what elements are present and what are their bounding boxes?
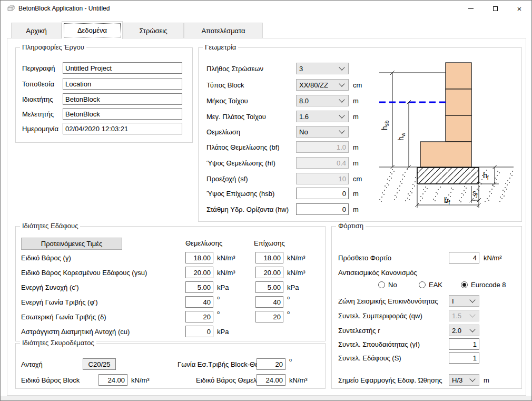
suggested-values-button[interactable]: Προτεινόμενες Τιμές (21, 238, 122, 250)
unit-label: cm (353, 175, 362, 183)
owner-input[interactable] (63, 93, 182, 105)
unit-label: kN/m³ (217, 269, 235, 277)
unit-label: kPa (217, 328, 229, 336)
surcharge-input[interactable] (449, 252, 479, 263)
foundation-select[interactable]: No (296, 126, 349, 138)
date-label: Ημερομηνία (22, 125, 58, 133)
group-loading: Φόρτιση Πρόσθετο Φορτίο kN/m² Αντισεισμι… (331, 226, 522, 389)
close-button[interactable]: × (507, 1, 531, 16)
chevron-down-icon (339, 128, 344, 133)
chevron-down-icon (339, 112, 344, 118)
unit-label: m (353, 159, 359, 167)
seismic-zone-select[interactable]: I (449, 295, 479, 307)
unit-label: cm (353, 81, 362, 89)
max-wall-width-select[interactable]: 1.6 (296, 111, 349, 122)
radio-no[interactable]: No (378, 281, 397, 289)
block-weight-input[interactable] (98, 374, 127, 386)
chevron-down-icon (469, 311, 475, 317)
wall-block (446, 63, 471, 89)
block-foundation-friction-input[interactable] (257, 358, 285, 370)
degree-unit-label: o (287, 310, 290, 315)
saturated-weight-foundation-input[interactable] (185, 267, 213, 278)
unit-label: kN/m³ (287, 254, 306, 262)
foundation-height-input (296, 157, 349, 169)
date-input[interactable] (63, 123, 182, 134)
location-label: Τοποθεσία (22, 80, 54, 88)
friction-angle-foundation-input[interactable] (185, 296, 213, 308)
backfill-height-label: Ύψος Επίχωσης (hsb) (206, 190, 274, 198)
app-icon (7, 5, 15, 12)
soil-factor-input[interactable] (449, 352, 479, 364)
window-title: BetonBlock Application - Untitled (18, 5, 110, 12)
pressure-point-select[interactable]: H/3 (449, 374, 479, 386)
foundation-weight-label: Ειδικό Βάρος Θεμελ. (196, 376, 259, 384)
radio-eak[interactable]: ΕΑΚ (419, 281, 442, 289)
hf-label: hf (483, 171, 489, 181)
friction-angle-backfill-input[interactable] (255, 296, 283, 308)
overhang-input (296, 173, 349, 184)
cohesion-foundation-input[interactable] (185, 281, 213, 293)
degree-unit-label: o (289, 357, 292, 363)
pressure-point-label: Σημείο Εφαρμογής Εδαφ. Ώθησης (338, 376, 442, 384)
tab-data[interactable]: Δεδομένα (62, 21, 123, 39)
block-type-label: Τύπος Block (206, 81, 244, 89)
group-title: Ιδιότητες Σκυροδέματος (20, 339, 96, 347)
radio-eurocode8[interactable]: Eurocode 8 (461, 281, 506, 289)
behavior-factor-select: 1.5 (449, 310, 479, 321)
tab-label: Αποτελέσματα (201, 27, 245, 35)
internal-friction-backfill-input[interactable] (255, 311, 283, 322)
foundation-height-label: Ύψος Θεμελίωσης (hf) (206, 159, 275, 167)
maximize-button[interactable] (483, 1, 507, 16)
chevron-down-icon (469, 376, 475, 382)
radio-label: Eurocode 8 (471, 281, 506, 289)
tab-label: Αρχική (26, 27, 47, 35)
title-bar: BetonBlock Application - Untitled × (1, 1, 531, 16)
unit-label: m (484, 376, 489, 384)
foundation-weight-input[interactable] (257, 374, 285, 386)
tab-results[interactable]: Αποτελέσματα (184, 23, 263, 38)
cohesion-backfill-input[interactable] (255, 281, 283, 293)
unit-label: m (353, 97, 359, 105)
r-factor-label: Συντελεστής r (338, 327, 380, 335)
unit-label: kN/m³ (217, 254, 235, 262)
wall-length-select[interactable]: 8.0 (296, 95, 349, 106)
app-window: BetonBlock Application - Untitled × Αρχι… (0, 0, 532, 401)
combo-value: 3 (297, 65, 340, 73)
internal-friction-foundation-input[interactable] (185, 311, 213, 322)
combo-value: 8.0 (297, 97, 340, 105)
maximize-icon (493, 6, 498, 11)
chevron-down-icon (469, 297, 475, 302)
strength-label: Αντοχή (21, 360, 43, 368)
unit-label: m (353, 113, 359, 121)
location-input[interactable] (63, 78, 182, 90)
unit-weight-backfill-input[interactable] (255, 252, 283, 263)
unit-weight-label: Ειδικό Βάρος (γ) (21, 254, 71, 262)
window-bottom-strip (1, 396, 531, 401)
minimize-button[interactable] (459, 1, 483, 16)
seismic-code-label: Αντισεισμικός Κανονισμός (338, 269, 417, 277)
description-input[interactable] (63, 62, 182, 74)
surcharge-label: Πρόσθετο Φορτίο (338, 254, 391, 262)
undrained-strength-input[interactable] (185, 326, 213, 337)
overhang-label: Προεξοχή (sf) (206, 175, 248, 183)
water-level-input[interactable] (296, 203, 349, 215)
chevron-down-icon (339, 81, 344, 86)
unit-label: kN/m³ (131, 376, 150, 384)
backfill-column-header: Επίχωσης (254, 239, 285, 247)
layers-count-select[interactable]: 3 (296, 63, 349, 74)
degree-unit-label: o (217, 295, 220, 300)
tab-home[interactable]: Αρχική (11, 23, 62, 38)
undrained-strength-label: Αστράγγιστη Διατμητική Αντοχή (cu) (21, 328, 130, 336)
chevron-down-icon (469, 326, 475, 332)
tab-layers[interactable]: Στρώσεις (123, 23, 184, 38)
radio-checked-icon (461, 281, 468, 288)
backfill-height-input[interactable] (296, 188, 349, 199)
saturated-weight-backfill-input[interactable] (255, 267, 283, 278)
layers-count-label: Πλήθος Στρώσεων (206, 65, 263, 73)
importance-factor-input[interactable] (449, 338, 479, 350)
r-factor-select[interactable]: 2.0 (449, 325, 479, 336)
unit-weight-foundation-input[interactable] (185, 252, 213, 263)
engineer-input[interactable] (63, 108, 182, 120)
block-type-select[interactable]: XX/80/ZZ (296, 79, 349, 91)
combo-value: H/3 (449, 376, 470, 384)
